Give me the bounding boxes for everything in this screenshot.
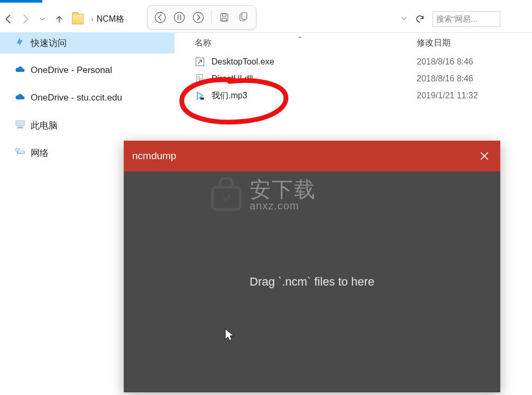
- file-name: DirectUI.dll: [212, 74, 253, 84]
- sidebar-item-label: OneDrive - Personal: [31, 65, 112, 76]
- file-name: DesktopTool.exe: [212, 57, 274, 67]
- file-date: 2018/8/16 8:46: [417, 57, 522, 67]
- star-icon: [15, 36, 25, 50]
- recent-locations-dropdown[interactable]: [34, 11, 51, 27]
- breadcrumb-dropdown-icon[interactable]: [401, 15, 410, 23]
- sidebar-item-label: 快速访问: [31, 37, 67, 49]
- ncmdump-titlebar[interactable]: ncmdump: [124, 141, 500, 171]
- ncmdump-window: ncmdump Drag `.ncm` files to here: [124, 141, 500, 392]
- sidebar-item-label: 网络: [31, 147, 49, 159]
- svg-rect-10: [17, 127, 24, 128]
- forward-button[interactable]: [17, 11, 34, 27]
- overlay-separator: [211, 10, 212, 25]
- svg-rect-8: [16, 121, 24, 126]
- chevron-right-icon: ›: [91, 15, 94, 23]
- file-name: 我们.mp3: [212, 90, 247, 102]
- column-name[interactable]: 名称 ⌃: [181, 38, 417, 49]
- svg-rect-4: [223, 14, 226, 16]
- up-button[interactable]: [51, 11, 68, 27]
- sidebar-item-onedrive-edu[interactable]: OneDrive - stu.ccit.edu: [0, 87, 175, 108]
- search-input[interactable]: 搜索"网易...: [433, 11, 500, 27]
- breadcrumb-text[interactable]: NCM格: [97, 14, 124, 25]
- window-accent-strip: [0, 0, 42, 3]
- overlay-pause-button[interactable]: [170, 8, 188, 26]
- svg-point-0: [155, 12, 166, 23]
- dll-icon: [195, 74, 205, 84]
- svg-rect-12: [21, 151, 25, 153]
- column-headers: 名称 ⌃ 修改日期: [181, 32, 532, 53]
- cloud-icon: [15, 93, 25, 103]
- sidebar-item-quick-access[interactable]: 快速访问: [0, 32, 175, 53]
- sidebar-item-label: 此电脑: [31, 120, 58, 132]
- sidebar-item-this-pc[interactable]: 此电脑: [0, 115, 175, 136]
- computer-icon: [15, 120, 25, 132]
- shortcut-icon: [195, 57, 205, 67]
- folder-icon: [72, 14, 84, 24]
- overlay-toolbar: [147, 5, 256, 30]
- svg-point-1: [174, 12, 185, 23]
- file-date: 2019/1/21 11:32: [417, 91, 522, 100]
- explorer-nav-bar: › NCM格 搜索"网易...: [0, 8, 532, 33]
- mouse-cursor-icon: [224, 328, 235, 345]
- svg-rect-11: [15, 148, 20, 151]
- svg-rect-5: [222, 18, 226, 21]
- svg-rect-9: [18, 126, 22, 127]
- close-button[interactable]: [469, 141, 500, 171]
- drop-hint-text: Drag `.ncm` files to here: [250, 275, 374, 289]
- cloud-icon: [15, 66, 25, 75]
- svg-rect-3: [221, 14, 228, 21]
- file-row[interactable]: 我们.mp3 2019/1/21 11:32: [181, 87, 532, 104]
- sidebar-item-onedrive-personal[interactable]: OneDrive - Personal: [0, 60, 175, 81]
- overlay-next-button[interactable]: [189, 8, 207, 26]
- back-button[interactable]: [0, 11, 17, 27]
- overlay-save-button[interactable]: [215, 8, 233, 26]
- search-placeholder: 搜索"网易...: [436, 14, 478, 24]
- svg-point-2: [193, 12, 204, 23]
- overlay-copy-button[interactable]: [234, 8, 252, 26]
- svg-rect-7: [242, 13, 247, 19]
- sort-caret-icon: ⌃: [297, 35, 302, 43]
- ncmdump-title: ncmdump: [132, 150, 176, 162]
- column-date[interactable]: 修改日期: [417, 38, 522, 49]
- refresh-button[interactable]: [411, 11, 428, 27]
- file-date: 2018/8/16 8:46: [417, 74, 522, 84]
- sidebar-item-label: OneDrive - stu.ccit.edu: [31, 93, 122, 103]
- ncmdump-drop-area[interactable]: Drag `.ncm` files to here: [124, 171, 500, 392]
- svg-rect-17: [200, 97, 204, 99]
- overlay-prev-button[interactable]: [151, 8, 169, 26]
- media-icon: [195, 90, 205, 101]
- file-row[interactable]: DirectUI.dll 2018/8/16 8:46: [181, 70, 532, 87]
- file-row[interactable]: DesktopTool.exe 2018/8/16 8:46: [181, 53, 532, 70]
- network-icon: [15, 147, 25, 159]
